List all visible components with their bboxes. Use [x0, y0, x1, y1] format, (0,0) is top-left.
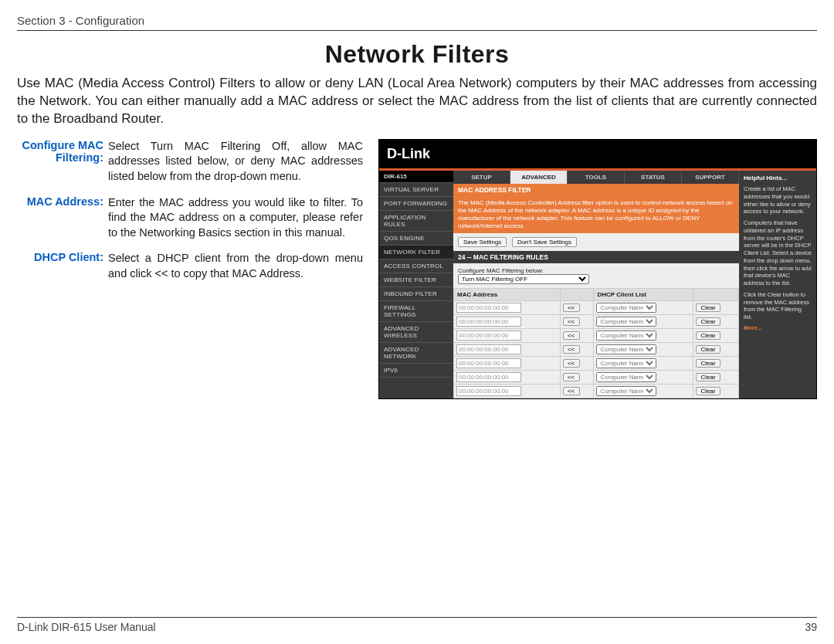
sidebar-item[interactable]: PORT FORWARDING — [379, 197, 453, 211]
save-row: Save Settings Don't Save Settings — [453, 233, 739, 251]
dhcp-client-select[interactable]: Computer Name — [596, 358, 656, 368]
section-header: Section 3 - Configuration — [17, 14, 817, 27]
clear-button[interactable]: Clear — [696, 387, 720, 395]
mac-table: MAC Address DHCP Client List <<Computer … — [453, 288, 739, 398]
model-label: DIR-615 — [379, 171, 453, 183]
footer-page-number: 39 — [805, 621, 817, 633]
mac-input[interactable] — [456, 358, 521, 368]
copy-mac-button[interactable]: << — [563, 359, 580, 368]
mac-input[interactable] — [456, 303, 521, 313]
definitions-list: Configure MAC Filtering:Select Turn MAC … — [17, 139, 363, 282]
definition-1: MAC Address:Enter the MAC address you wo… — [17, 195, 363, 241]
def-term: Configure MAC Filtering: — [17, 139, 108, 185]
sidebar: DIR-615 VIRTUAL SERVERPORT FORWARDINGAPP… — [379, 171, 453, 398]
sidebar-item[interactable]: INBOUND FILTER — [379, 287, 453, 301]
brand-text: D-Link — [387, 146, 430, 161]
sidebar-item[interactable]: VIRTUAL SERVER — [379, 183, 453, 197]
rules-title: 24 -- MAC FILTERING RULES — [453, 251, 739, 263]
clear-button[interactable]: Clear — [696, 345, 720, 354]
copy-mac-button[interactable]: << — [563, 345, 580, 354]
sidebar-item[interactable]: WEBSITE FILTER — [379, 273, 453, 287]
clear-button[interactable]: Clear — [696, 303, 720, 312]
panel-title: MAC ADDRESS FILTER — [453, 184, 739, 196]
help-panel: Helpful Hints... Create a list of MAC ad… — [739, 171, 816, 398]
copy-mac-button[interactable]: << — [563, 373, 580, 381]
dont-save-settings-button[interactable]: Don't Save Settings — [512, 237, 577, 247]
copy-mac-button[interactable]: << — [563, 387, 580, 395]
table-row: <<Computer NameClear — [454, 384, 739, 398]
def-text: Enter the MAC address you would like to … — [108, 195, 363, 241]
help-more-link[interactable]: More... — [744, 324, 812, 332]
dhcp-client-select[interactable]: Computer Name — [596, 372, 656, 382]
sidebar-item[interactable]: IPv6 — [379, 364, 453, 378]
dhcp-client-select[interactable]: Computer Name — [596, 317, 656, 327]
table-row: <<Computer NameClear — [454, 314, 739, 328]
mac-input[interactable] — [456, 344, 521, 354]
clear-button[interactable]: Clear — [696, 331, 720, 340]
clear-button[interactable]: Clear — [696, 373, 720, 381]
footer-left: D-Link DIR-615 User Manual — [17, 621, 156, 633]
mac-input[interactable] — [456, 330, 521, 341]
router-screenshot: D-Link DIR-615 VIRTUAL SERVERPORT FORWAR… — [378, 139, 817, 399]
dhcp-client-select[interactable]: Computer Name — [596, 344, 656, 354]
configure-label: Configure MAC Filtering below: — [458, 267, 544, 274]
tab-status[interactable]: STATUS — [625, 171, 682, 184]
help-title: Helpful Hints... — [744, 175, 787, 181]
tab-setup[interactable]: SETUP — [453, 171, 510, 184]
clear-button[interactable]: Clear — [696, 317, 720, 326]
table-row: <<Computer NameClear — [454, 356, 739, 370]
dhcp-client-select[interactable]: Computer Name — [596, 330, 656, 341]
copy-mac-button[interactable]: << — [563, 303, 580, 312]
sidebar-item[interactable]: ADVANCED WIRELESS — [379, 322, 453, 343]
def-term: MAC Address: — [17, 195, 108, 241]
help-p2: Computers that have obtained an IP addre… — [744, 219, 812, 287]
table-row: <<Computer NameClear — [454, 300, 739, 314]
copy-mac-button[interactable]: << — [563, 317, 580, 326]
dhcp-client-select[interactable]: Computer Name — [596, 386, 656, 396]
sidebar-item[interactable]: ADVANCED NETWORK — [379, 343, 453, 364]
table-row: <<Computer NameClear — [454, 370, 739, 384]
def-term: DHCP Client: — [17, 251, 108, 281]
help-p3: Click the Clear button to remove the MAC… — [744, 291, 812, 321]
sidebar-item[interactable]: ACCESS CONTROL — [379, 259, 453, 273]
clear-button[interactable]: Clear — [696, 359, 720, 368]
mac-input[interactable] — [456, 386, 521, 396]
sidebar-item[interactable]: QOS ENGINE — [379, 232, 453, 246]
def-text: Select Turn MAC Filtering Off, allow MAC… — [108, 139, 363, 185]
mac-input[interactable] — [456, 372, 521, 382]
page-title: Network Filters — [17, 40, 817, 69]
tab-advanced[interactable]: ADVANCED — [510, 171, 568, 184]
configure-select[interactable]: Turn MAC Filtering OFF — [458, 274, 589, 284]
sidebar-item[interactable]: NETWORK FILTER — [379, 246, 453, 259]
th-mac: MAC Address — [454, 288, 561, 300]
top-rule — [17, 30, 817, 31]
mac-input[interactable] — [456, 317, 521, 327]
panel-description: The MAC (Media Access Controller) Addres… — [453, 196, 739, 233]
sidebar-item[interactable]: APPLICATION RULES — [379, 211, 453, 232]
definition-2: DHCP Client:Select a DHCP client from th… — [17, 251, 363, 281]
intro-paragraph: Use MAC (Media Access Control) Filters t… — [17, 75, 817, 128]
configure-row: Configure MAC Filtering below: Turn MAC … — [453, 263, 739, 288]
table-row: <<Computer NameClear — [454, 342, 739, 356]
bottom-rule — [17, 617, 817, 618]
def-text: Select a DHCP client from the drop-down … — [108, 251, 363, 281]
table-row: <<Computer NameClear — [454, 328, 739, 342]
definition-0: Configure MAC Filtering:Select Turn MAC … — [17, 139, 363, 185]
sidebar-item[interactable]: FIREWALL SETTINGS — [379, 301, 453, 322]
dhcp-client-select[interactable]: Computer Name — [596, 303, 656, 313]
copy-mac-button[interactable]: << — [563, 331, 580, 340]
top-tabs: SETUPADVANCEDTOOLSSTATUSSUPPORT — [453, 171, 739, 184]
brand-bar: D-Link — [379, 140, 816, 171]
th-dhcp: DHCP Client List — [594, 288, 693, 300]
tab-support[interactable]: SUPPORT — [682, 171, 739, 184]
tab-tools[interactable]: TOOLS — [568, 171, 625, 184]
help-p1: Create a list of MAC addresses that you … — [744, 185, 812, 215]
save-settings-button[interactable]: Save Settings — [458, 237, 507, 247]
